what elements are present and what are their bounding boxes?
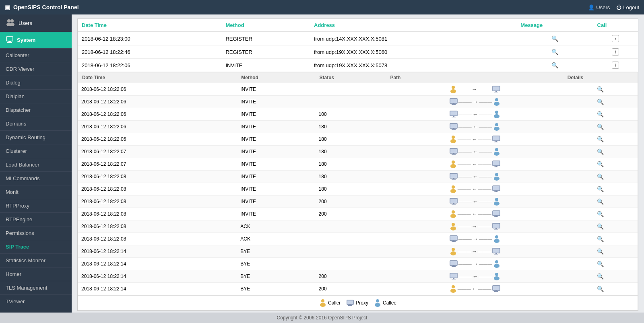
inner-cell-method: INVITE	[237, 208, 315, 220]
inner-table-row: 2018-06-12 18:22:14 BYE 200 ———←——— 🔍	[78, 270, 638, 283]
logout-link[interactable]: ⏻ Logout	[616, 4, 639, 10]
sidebar-item-permissions[interactable]: Permissions	[0, 226, 72, 240]
message-zoom-icon[interactable]: 🔍	[551, 49, 558, 55]
inner-cell-details[interactable]: 🔍	[564, 208, 638, 220]
details-zoom-icon[interactable]: 🔍	[597, 261, 604, 267]
sidebar-item-system[interactable]: System	[0, 32, 72, 48]
details-zoom-icon[interactable]: 🔍	[597, 223, 604, 230]
cell-call[interactable]: i	[593, 32, 638, 45]
sidebar-item-homer[interactable]: Homer	[0, 267, 72, 281]
cell-message[interactable]: 🔍	[516, 59, 593, 72]
svg-rect-77	[450, 261, 457, 265]
cell-message[interactable]: 🔍	[516, 45, 593, 59]
sidebar-system-label: System	[17, 37, 35, 43]
inner-cell-details[interactable]: 🔍	[564, 283, 638, 295]
inner-cell-details[interactable]: 🔍	[564, 270, 638, 283]
details-zoom-icon[interactable]: 🔍	[597, 286, 604, 292]
details-zoom-icon[interactable]: 🔍	[597, 236, 604, 242]
details-zoom-icon[interactable]: 🔍	[597, 111, 604, 117]
details-zoom-icon[interactable]: 🔍	[597, 173, 604, 180]
details-zoom-icon[interactable]: 🔍	[597, 273, 604, 280]
legend-proxy-label: Proxy	[356, 300, 368, 306]
inner-cell-status	[316, 233, 386, 245]
users-group-icon	[6, 19, 15, 28]
svg-rect-75	[495, 253, 497, 254]
inner-table-row: 2018-06-12 18:22:14 BYE ———→——— 🔍	[78, 245, 638, 258]
inner-cell-details[interactable]: 🔍	[564, 220, 638, 233]
svg-rect-94	[347, 300, 353, 304]
message-zoom-icon[interactable]: 🔍	[551, 62, 558, 68]
message-zoom-icon[interactable]: 🔍	[551, 35, 558, 42]
details-zoom-icon[interactable]: 🔍	[597, 161, 604, 167]
inner-cell-status	[316, 96, 386, 108]
inner-cell-status: 180	[316, 121, 386, 133]
inner-cell-details[interactable]: 🔍	[564, 133, 638, 146]
svg-rect-52	[450, 198, 457, 203]
details-zoom-icon[interactable]: 🔍	[597, 148, 604, 155]
content-area: Date Time Method Address Message Call 20…	[72, 14, 644, 313]
inner-cell-method: INVITE	[237, 133, 315, 146]
inner-cell-status: 180	[316, 133, 386, 146]
sidebar-users-label: Users	[19, 20, 32, 26]
inner-cell-status: 200	[316, 195, 386, 208]
details-zoom-icon[interactable]: 🔍	[597, 99, 604, 105]
sidebar-item-tviewer[interactable]: TViewer	[0, 294, 72, 308]
cell-call[interactable]: i	[593, 45, 638, 59]
inner-cell-method: INVITE	[237, 195, 315, 208]
inner-cell-details[interactable]: 🔍	[564, 96, 638, 108]
cell-call[interactable]: i	[593, 59, 638, 72]
sidebar-item-load-balancer[interactable]: Load Balancer	[0, 158, 72, 171]
svg-point-88	[450, 289, 456, 293]
details-zoom-icon[interactable]: 🔍	[597, 123, 604, 130]
sidebar-item-sip-trace[interactable]: SIP Trace	[0, 240, 72, 253]
details-zoom-icon[interactable]: 🔍	[597, 136, 604, 142]
details-zoom-icon[interactable]: 🔍	[597, 186, 604, 192]
inner-cell-details[interactable]: 🔍	[564, 158, 638, 171]
details-zoom-icon[interactable]: 🔍	[597, 211, 604, 217]
inner-cell-details[interactable]: 🔍	[564, 83, 638, 96]
users-link[interactable]: 👤 Users	[588, 4, 610, 10]
svg-point-72	[452, 248, 455, 251]
sidebar-item-domains[interactable]: Domains	[0, 117, 72, 130]
sidebar-item-dialplan[interactable]: Dialplan	[0, 89, 72, 103]
inner-cell-details[interactable]: 🔍	[564, 258, 638, 270]
sidebar-item-monit[interactable]: Monit	[0, 185, 72, 199]
inner-cell-path: ———→———	[386, 258, 563, 270]
call-info-icon[interactable]: i	[612, 62, 619, 69]
svg-point-25	[495, 123, 498, 126]
sidebar-item-rtpengine[interactable]: RTPEngine	[0, 212, 72, 226]
inner-cell-details[interactable]: 🔍	[564, 108, 638, 121]
sidebar-item-statistics-monitor[interactable]: Statistics Monitor	[0, 253, 72, 267]
inner-table-row: 2018-06-12 18:22:08 ACK ———→——— 🔍	[78, 233, 638, 245]
inner-cell-details[interactable]: 🔍	[564, 171, 638, 183]
svg-rect-30	[495, 141, 497, 142]
sidebar-item-dynamic-routing[interactable]: Dynamic Routing	[0, 130, 72, 144]
svg-rect-10	[495, 91, 497, 92]
details-zoom-icon[interactable]: 🔍	[597, 86, 604, 93]
call-info-icon[interactable]: i	[612, 35, 619, 42]
cell-address: from udp:19X.XXX.XXX.X:5078	[310, 59, 516, 72]
sidebar-item-cdr-viewer[interactable]: CDR Viewer	[0, 62, 72, 76]
svg-rect-40	[495, 166, 497, 167]
sidebar-item-mi-commands[interactable]: MI Commands	[0, 171, 72, 185]
inner-cell-details[interactable]: 🔍	[564, 183, 638, 195]
inner-cell-datetime: 2018-06-12 18:22:07	[78, 146, 237, 158]
sidebar-item-callcenter[interactable]: Callcenter	[0, 48, 72, 62]
cell-method: INVITE	[221, 59, 310, 72]
outer-wrapper: Date Time Method Address Message Call 20…	[77, 19, 638, 311]
inner-cell-details[interactable]: 🔍	[564, 195, 638, 208]
sidebar-item-tls-management[interactable]: TLS Management	[0, 281, 72, 294]
sidebar-item-users[interactable]: Users	[0, 14, 72, 32]
inner-cell-details[interactable]: 🔍	[564, 233, 638, 245]
sidebar-item-rtpproxy[interactable]: RTPProxy	[0, 199, 72, 212]
details-zoom-icon[interactable]: 🔍	[597, 198, 604, 205]
inner-cell-details[interactable]: 🔍	[564, 121, 638, 133]
cell-message[interactable]: 🔍	[516, 32, 593, 45]
inner-cell-details[interactable]: 🔍	[564, 245, 638, 258]
sidebar-item-dispatcher[interactable]: Dispatcher	[0, 103, 72, 117]
call-info-icon[interactable]: i	[612, 48, 619, 56]
sidebar-item-dialog[interactable]: Dialog	[0, 76, 72, 89]
details-zoom-icon[interactable]: 🔍	[597, 248, 604, 255]
inner-cell-details[interactable]: 🔍	[564, 146, 638, 158]
sidebar-item-clusterer[interactable]: Clusterer	[0, 144, 72, 158]
